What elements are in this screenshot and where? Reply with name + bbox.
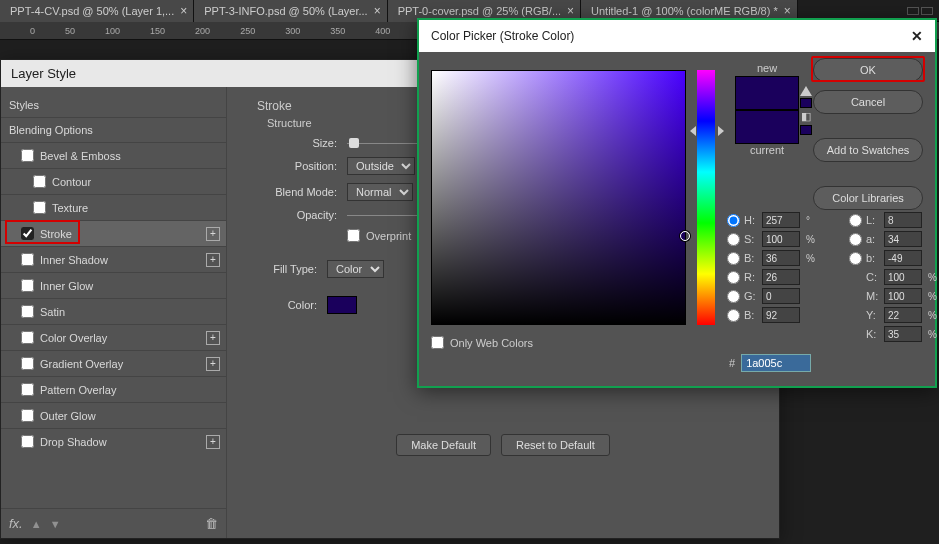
websafe-warning-icon[interactable]: ◧	[801, 110, 811, 123]
bv-radio[interactable]	[727, 252, 740, 265]
sidebar-outer-glow[interactable]: Outer Glow	[1, 403, 226, 428]
r-input[interactable]	[762, 269, 800, 285]
current-color-swatch[interactable]	[735, 110, 799, 144]
reset-default-button[interactable]: Reset to Default	[501, 434, 610, 456]
l-input[interactable]	[884, 212, 922, 228]
bc-input[interactable]	[762, 307, 800, 323]
checkbox[interactable]	[21, 435, 34, 448]
sidebar-footer: fx. ▲ ▼ 🗑	[1, 508, 226, 538]
add-icon[interactable]: +	[206, 331, 220, 345]
saturation-value-field[interactable]	[431, 70, 686, 325]
h-label: H:	[744, 214, 758, 226]
close-icon[interactable]: ×	[784, 4, 791, 18]
make-default-button[interactable]: Make Default	[396, 434, 491, 456]
filltype-label: Fill Type:	[257, 263, 317, 275]
y-input[interactable]	[884, 307, 922, 323]
arrow-down-icon[interactable]: ▼	[50, 518, 61, 530]
add-icon[interactable]: +	[206, 253, 220, 267]
add-icon[interactable]: +	[206, 435, 220, 449]
new-color-swatch[interactable]	[735, 76, 799, 110]
arrow-up-icon[interactable]: ▲	[31, 518, 42, 530]
a-input[interactable]	[884, 231, 922, 247]
tab-overflow[interactable]	[905, 7, 939, 15]
m-input[interactable]	[884, 288, 922, 304]
checkbox[interactable]	[21, 149, 34, 162]
filltype-select[interactable]: Color	[327, 260, 384, 278]
close-icon[interactable]: ×	[180, 4, 187, 18]
b-input[interactable]	[884, 250, 922, 266]
ok-button[interactable]: OK	[813, 58, 923, 82]
l-radio[interactable]	[849, 214, 862, 227]
effects-sidebar: Styles Blending Options Bevel & Emboss C…	[1, 87, 227, 538]
trash-icon[interactable]: 🗑	[205, 516, 218, 531]
new-label: new	[727, 62, 807, 74]
sidebar-texture[interactable]: Texture	[1, 195, 226, 220]
hue-slider[interactable]	[697, 70, 715, 325]
bc-label: B:	[744, 309, 758, 321]
sidebar-satin[interactable]: Satin	[1, 299, 226, 324]
sidebar-inner-shadow[interactable]: Inner Shadow+	[1, 247, 226, 272]
checkbox[interactable]	[21, 305, 34, 318]
g-input[interactable]	[762, 288, 800, 304]
r-radio[interactable]	[727, 271, 740, 284]
checkbox[interactable]	[21, 357, 34, 370]
gamut-warning-icon[interactable]	[800, 86, 812, 96]
color-libraries-button[interactable]: Color Libraries	[813, 186, 923, 210]
close-icon[interactable]: ×	[567, 4, 574, 18]
g-radio[interactable]	[727, 290, 740, 303]
h-input[interactable]	[762, 212, 800, 228]
position-select[interactable]: Outside	[347, 157, 415, 175]
sidebar-inner-glow[interactable]: Inner Glow	[1, 273, 226, 298]
picker-titlebar: Color Picker (Stroke Color) ✕	[419, 20, 935, 52]
add-icon[interactable]: +	[206, 227, 220, 241]
checkbox[interactable]	[21, 253, 34, 266]
h-radio[interactable]	[727, 214, 740, 227]
sidebar-gradient-overlay[interactable]: Gradient Overlay+	[1, 351, 226, 376]
sidebar-contour[interactable]: Contour	[1, 169, 226, 194]
sidebar-drop-shadow[interactable]: Drop Shadow+	[1, 429, 226, 454]
checkbox[interactable]	[33, 175, 46, 188]
bc-radio[interactable]	[727, 309, 740, 322]
add-icon[interactable]: +	[206, 357, 220, 371]
checkbox[interactable]	[33, 201, 46, 214]
checkbox[interactable]	[21, 409, 34, 422]
r-label: R:	[744, 271, 758, 283]
checkbox[interactable]	[21, 331, 34, 344]
cancel-button[interactable]: Cancel	[813, 90, 923, 114]
close-icon[interactable]: ×	[374, 4, 381, 18]
doc-tab[interactable]: PPT-4-CV.psd @ 50% (Layer 1,...×	[0, 0, 194, 22]
close-icon[interactable]: ✕	[911, 28, 923, 44]
gamut-swatch[interactable]	[800, 98, 812, 108]
hex-prefix: #	[729, 357, 735, 369]
sidebar-blending[interactable]: Blending Options	[1, 118, 226, 142]
opacity-slider[interactable]	[347, 212, 427, 218]
b-radio[interactable]	[849, 252, 862, 265]
tab-label: PPT-0-cover.psd @ 25% (RGB/...	[398, 5, 561, 17]
fx-icon[interactable]: fx.	[9, 516, 23, 531]
blendmode-select[interactable]: Normal	[347, 183, 413, 201]
checkbox[interactable]	[21, 279, 34, 292]
hex-input[interactable]	[741, 354, 811, 372]
overprint-checkbox[interactable]	[347, 229, 360, 242]
web-only-checkbox[interactable]	[431, 336, 444, 349]
a-radio[interactable]	[849, 233, 862, 246]
s-input[interactable]	[762, 231, 800, 247]
websafe-swatch[interactable]	[800, 125, 812, 135]
checkbox[interactable]	[21, 383, 34, 396]
checkbox[interactable]	[21, 227, 34, 240]
k-label: K:	[866, 328, 880, 340]
s-radio[interactable]	[727, 233, 740, 246]
k-input[interactable]	[884, 326, 922, 342]
doc-tab[interactable]: PPT-3-INFO.psd @ 50% (Layer...×	[194, 0, 387, 22]
bv-input[interactable]	[762, 250, 800, 266]
sidebar-color-overlay[interactable]: Color Overlay+	[1, 325, 226, 350]
add-swatches-button[interactable]: Add to Swatches	[813, 138, 923, 162]
sidebar-bevel[interactable]: Bevel & Emboss	[1, 143, 226, 168]
sidebar-stroke[interactable]: Stroke+	[1, 221, 226, 246]
size-slider[interactable]	[347, 140, 427, 146]
sidebar-pattern-overlay[interactable]: Pattern Overlay	[1, 377, 226, 402]
c-input[interactable]	[884, 269, 922, 285]
color-swatch[interactable]	[327, 296, 357, 314]
sidebar-styles[interactable]: Styles	[1, 93, 226, 117]
tab-label: PPT-4-CV.psd @ 50% (Layer 1,...	[10, 5, 174, 17]
